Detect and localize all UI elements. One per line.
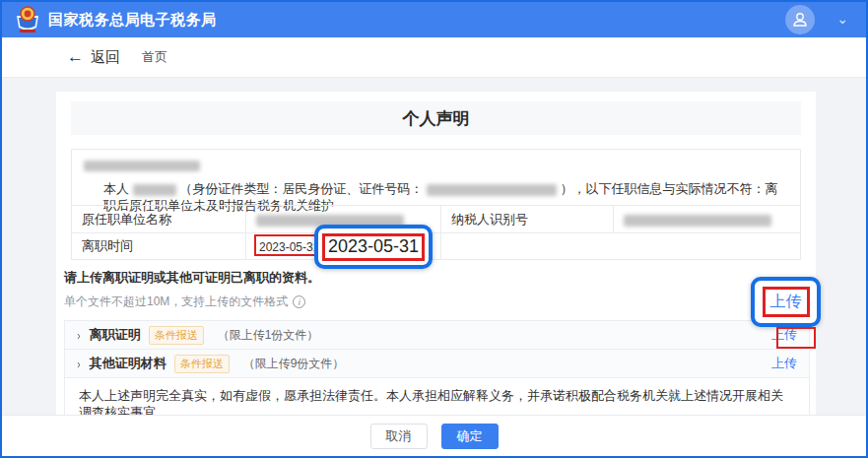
- statement-box: 本人 （身份证件类型：居民身份证、证件号码： ），以下任职信息与实际情况不符：离…: [71, 149, 801, 205]
- upload-limit: （限上传1份文件）: [218, 327, 319, 344]
- declaration-card: 个人声明 本人 （身份证件类型：居民身份证、证件号码： ），以下任职信息与实际情…: [56, 92, 816, 415]
- redacted-id-number: [427, 184, 557, 196]
- upload-instruction: 请上传离职证明或其他可证明已离职的资料。: [64, 269, 320, 287]
- info-icon[interactable]: i: [293, 295, 305, 308]
- conditional-badge: 条件报送: [174, 355, 230, 373]
- back-arrow-icon[interactable]: ←: [67, 47, 84, 67]
- upload-limit: （限上传9份文件）: [243, 356, 345, 372]
- footer-bar: 取消 确定: [2, 415, 866, 456]
- upload-row-resignation-proof[interactable]: › 离职证明 条件报送 （限上传1份文件） 上传: [65, 321, 809, 350]
- empty-cell: [441, 233, 801, 260]
- page-title: 个人声明: [403, 107, 470, 130]
- resignation-date-value: 2023-05-31: [256, 240, 319, 254]
- former-employer-label: 原任职单位名称: [72, 206, 246, 233]
- resignation-date-label: 离职时间: [72, 233, 246, 260]
- redacted-taxpayer-id: [624, 215, 771, 227]
- taxpayer-id-value: [614, 206, 801, 233]
- upload-link-resignation-proof[interactable]: 上传: [771, 326, 797, 344]
- app-header: 国家税务总局电子税务局 ⌄: [2, 2, 866, 37]
- table-row: 离职时间 2023-05-31: [72, 233, 801, 260]
- annotation-callout-date-text: 2023-05-31: [322, 233, 425, 261]
- user-avatar[interactable]: [785, 5, 815, 34]
- app-title: 国家税务总局电子税务局: [48, 11, 217, 30]
- upload-row-other-materials[interactable]: › 其他证明材料 条件报送 （限上传9份文件） 上传: [65, 350, 809, 378]
- redacted-name: [133, 184, 176, 196]
- chevron-down-icon[interactable]: ⌄: [836, 11, 848, 27]
- conditional-badge: 条件报送: [149, 326, 204, 345]
- breadcrumb-home[interactable]: 首页: [142, 48, 167, 66]
- upload-item-name: 离职证明: [90, 326, 141, 344]
- statement-prefix: 本人: [103, 181, 129, 196]
- cancel-button[interactable]: 取消: [370, 424, 428, 449]
- upload-item-name: 其他证明材料: [90, 355, 167, 372]
- tax-bureau-logo: [15, 6, 40, 33]
- card-title-band: 个人声明: [71, 101, 801, 135]
- confirm-button[interactable]: 确定: [441, 424, 499, 449]
- table-row: 原任职单位名称 纳税人识别号: [72, 206, 801, 233]
- taxpayer-id-label: 纳税人识别号: [441, 206, 614, 233]
- annotation-callout-upload-text: 上传: [763, 287, 810, 317]
- upload-hint: 单个文件不超过10M，支持上传的文件格式 i: [64, 294, 305, 310]
- user-icon: [791, 11, 809, 29]
- expand-chevron-icon: ›: [77, 328, 80, 342]
- app-window: 国家税务总局电子税务局 ⌄ ← 返回 首页 个人声明 本人 （身份证件类型：居民…: [0, 0, 868, 458]
- annotation-callout-upload: 上传: [751, 277, 821, 327]
- back-button[interactable]: 返回: [91, 48, 120, 67]
- upload-hint-text: 单个文件不超过10M，支持上传的文件格式: [64, 294, 288, 310]
- nav-bar: ← 返回 首页: [2, 37, 866, 78]
- employment-info-table: 原任职单位名称 纳税人识别号 离职时间 2023-05-31: [71, 205, 801, 260]
- annotation-callout-date: 2023-05-31: [314, 225, 433, 269]
- statement-mid: （身份证件类型：居民身份证、证件号码：: [179, 181, 423, 196]
- upload-link-other-materials[interactable]: 上传: [771, 355, 797, 372]
- redacted-company-line: [84, 161, 200, 171]
- expand-chevron-icon: ›: [77, 357, 80, 370]
